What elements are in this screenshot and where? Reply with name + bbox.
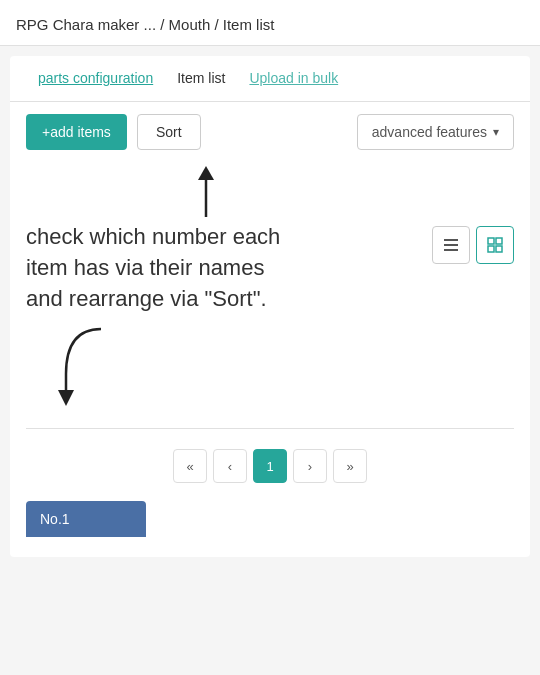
- list-view-icon: [442, 236, 460, 254]
- pagination-current[interactable]: 1: [253, 449, 287, 483]
- svg-rect-4: [444, 249, 458, 251]
- svg-rect-8: [496, 246, 502, 252]
- hint-text: check which number each item has via the…: [26, 222, 306, 314]
- tabs-bar: parts configuration Item list Upload in …: [10, 56, 530, 102]
- breadcrumb-link-rpg[interactable]: RPG Chara maker: [16, 16, 139, 33]
- arrow-up-area: [176, 162, 514, 222]
- item-card: No.1: [26, 501, 146, 537]
- svg-rect-3: [444, 244, 458, 246]
- tab-upload-bulk[interactable]: Upload in bulk: [237, 56, 350, 102]
- chevron-down-icon: ▾: [493, 125, 499, 139]
- breadcrumb-link-mouth[interactable]: Mouth: [169, 16, 211, 33]
- tab-item-list[interactable]: Item list: [165, 56, 237, 102]
- breadcrumb: RPG Chara maker ... / Mouth / Item list: [16, 16, 274, 33]
- hint-section: check which number each item has via the…: [10, 162, 530, 418]
- list-view-button[interactable]: [432, 226, 470, 264]
- breadcrumb-sep1: ... /: [144, 16, 169, 33]
- svg-rect-7: [488, 246, 494, 252]
- svg-rect-6: [496, 238, 502, 244]
- grid-view-icon: [486, 236, 504, 254]
- item-card-label: No.1: [40, 511, 70, 527]
- pagination-first[interactable]: «: [173, 449, 207, 483]
- pagination-prev[interactable]: ‹: [213, 449, 247, 483]
- hint-row: check which number each item has via the…: [26, 222, 514, 314]
- svg-marker-1: [198, 166, 214, 180]
- pagination: « ‹ 1 › »: [10, 439, 530, 493]
- pagination-next[interactable]: ›: [293, 449, 327, 483]
- toolbar: +add items Sort advanced features ▾: [10, 102, 530, 162]
- divider: [26, 428, 514, 429]
- advanced-features-label: advanced features: [372, 124, 487, 140]
- view-toggle: [432, 226, 514, 264]
- pagination-last[interactable]: »: [333, 449, 367, 483]
- svg-marker-9: [58, 390, 74, 406]
- arrow-down-icon: [46, 324, 126, 414]
- sort-button[interactable]: Sort: [137, 114, 201, 150]
- svg-rect-2: [444, 239, 458, 241]
- arrow-down-area: [46, 324, 514, 418]
- add-items-button[interactable]: +add items: [26, 114, 127, 150]
- breadcrumb-bar: RPG Chara maker ... / Mouth / Item list: [0, 0, 540, 46]
- arrow-up-icon: [176, 162, 236, 222]
- breadcrumb-current: Item list: [223, 16, 275, 33]
- view-icons: [432, 226, 514, 264]
- svg-rect-5: [488, 238, 494, 244]
- advanced-features-button[interactable]: advanced features ▾: [357, 114, 514, 150]
- grid-view-button[interactable]: [476, 226, 514, 264]
- main-content: parts configuration Item list Upload in …: [10, 56, 530, 557]
- tab-parts-configuration[interactable]: parts configuration: [26, 56, 165, 102]
- breadcrumb-sep2: /: [214, 16, 222, 33]
